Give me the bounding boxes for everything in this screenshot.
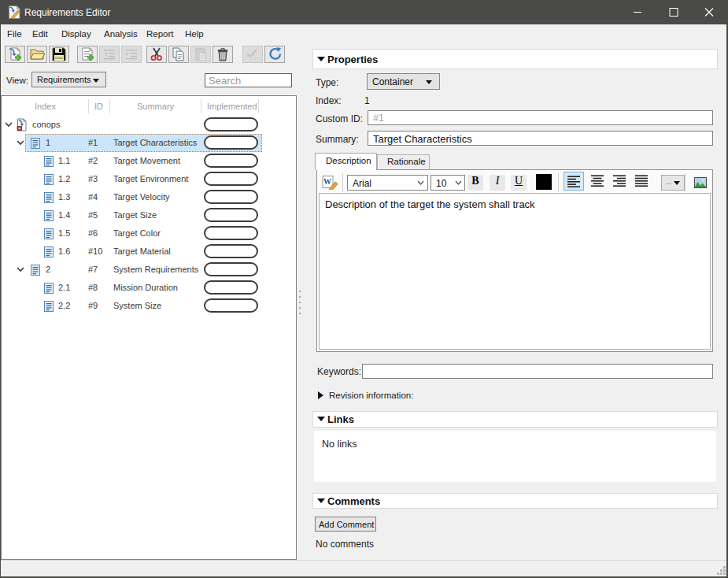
svg-text:W: W bbox=[323, 177, 331, 186]
